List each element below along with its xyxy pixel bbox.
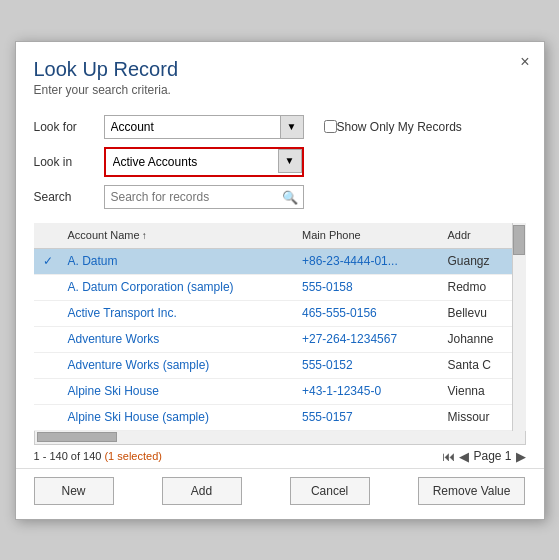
th-addr[interactable]: Addr <box>442 229 512 241</box>
table-row[interactable]: Adventure Works (sample) 555-0152 Santa … <box>34 353 512 379</box>
sort-arrow-icon: ↑ <box>142 230 147 241</box>
table-main: Account Name ↑ Main Phone Addr ✓ A. Datu… <box>34 223 512 431</box>
row-phone: +27-264-1234567 <box>296 332 442 346</box>
show-only-checkbox[interactable] <box>324 120 337 133</box>
look-for-select[interactable]: Account <box>104 115 304 139</box>
row-account-name[interactable]: A. Datum <box>62 254 297 268</box>
search-label: Search <box>34 190 104 204</box>
pagination: ⏮ ◀ Page 1 ▶ <box>442 449 525 464</box>
dialog-title: Look Up Record <box>34 58 526 81</box>
table-row[interactable]: ✓ A. Datum +86-23-4444-01... Guangz <box>34 249 512 275</box>
th-account-name[interactable]: Account Name ↑ <box>62 229 297 241</box>
cancel-button[interactable]: Cancel <box>290 477 370 505</box>
search-input[interactable] <box>104 185 304 209</box>
row-addr: Johanne <box>442 332 512 346</box>
row-addr: Missour <box>442 410 512 424</box>
table-wrapper: Account Name ↑ Main Phone Addr ✓ A. Datu… <box>34 223 526 431</box>
table-header: Account Name ↑ Main Phone Addr <box>34 223 512 249</box>
table-row[interactable]: Alpine Ski House +43-1-12345-0 Vienna <box>34 379 512 405</box>
row-account-name[interactable]: Active Transport Inc. <box>62 306 297 320</box>
status-range: 1 - 140 of 140 (1 selected) <box>34 450 162 462</box>
row-addr: Vienna <box>442 384 512 398</box>
look-for-label: Look for <box>34 120 104 134</box>
remove-value-button[interactable]: Remove Value <box>418 477 526 505</box>
new-button[interactable]: New <box>34 477 114 505</box>
search-icon: 🔍 <box>282 189 298 204</box>
next-page-button[interactable]: ▶ <box>516 449 526 464</box>
page-label: Page 1 <box>473 449 511 463</box>
table-container: Account Name ↑ Main Phone Addr ✓ A. Datu… <box>34 223 526 431</box>
row-phone: 555-0158 <box>296 280 442 294</box>
row-check: ✓ <box>34 254 62 268</box>
row-account-name[interactable]: Adventure Works (sample) <box>62 358 297 372</box>
first-page-button[interactable]: ⏮ <box>442 449 455 464</box>
horizontal-scrollbar[interactable] <box>34 431 526 445</box>
vertical-scrollbar[interactable] <box>512 223 526 431</box>
search-row: Search 🔍 <box>34 185 526 209</box>
look-in-control: Active Accounts ▼ <box>104 147 304 177</box>
prev-page-button[interactable]: ◀ <box>459 449 469 464</box>
form-area: Look for Account ▼ Show Only My Records … <box>16 105 544 223</box>
row-addr: Redmo <box>442 280 512 294</box>
status-selected: (1 selected) <box>104 450 161 462</box>
row-addr: Bellevu <box>442 306 512 320</box>
row-account-name[interactable]: A. Datum Corporation (sample) <box>62 280 297 294</box>
close-button[interactable]: × <box>520 54 529 70</box>
scroll-thumb[interactable] <box>513 225 525 255</box>
row-addr: Santa C <box>442 358 512 372</box>
footer-buttons: New Add Cancel Remove Value <box>16 468 544 519</box>
look-in-select[interactable]: Active Accounts <box>107 150 301 174</box>
look-in-label: Look in <box>34 155 104 169</box>
search-input-wrap: 🔍 <box>104 185 304 209</box>
look-for-row: Look for Account ▼ Show Only My Records <box>34 115 526 139</box>
row-phone: 465-555-0156 <box>296 306 442 320</box>
hscroll-thumb[interactable] <box>37 432 117 442</box>
show-only-label: Show Only My Records <box>337 120 462 134</box>
look-in-row: Look in Active Accounts ▼ <box>34 147 526 177</box>
row-account-name[interactable]: Alpine Ski House <box>62 384 297 398</box>
table-body: ✓ A. Datum +86-23-4444-01... Guangz A. D… <box>34 249 512 431</box>
row-account-name[interactable]: Adventure Works <box>62 332 297 346</box>
add-button[interactable]: Add <box>162 477 242 505</box>
lookup-record-dialog: Look Up Record Enter your search criteri… <box>15 41 545 520</box>
row-phone: 555-0157 <box>296 410 442 424</box>
row-phone: +43-1-12345-0 <box>296 384 442 398</box>
table-row[interactable]: Alpine Ski House (sample) 555-0157 Misso… <box>34 405 512 431</box>
row-phone: 555-0152 <box>296 358 442 372</box>
dialog-header: Look Up Record Enter your search criteri… <box>16 42 544 105</box>
row-account-name[interactable]: Alpine Ski House (sample) <box>62 410 297 424</box>
row-phone: +86-23-4444-01... <box>296 254 442 268</box>
look-for-control: Account ▼ <box>104 115 304 139</box>
row-addr: Guangz <box>442 254 512 268</box>
table-row[interactable]: Active Transport Inc. 465-555-0156 Belle… <box>34 301 512 327</box>
table-row[interactable]: A. Datum Corporation (sample) 555-0158 R… <box>34 275 512 301</box>
th-phone[interactable]: Main Phone <box>296 229 442 241</box>
show-only-controls: Show Only My Records <box>324 120 462 134</box>
status-bar: 1 - 140 of 140 (1 selected) ⏮ ◀ Page 1 ▶ <box>16 445 544 468</box>
dialog-subtitle: Enter your search criteria. <box>34 83 526 97</box>
table-row[interactable]: Adventure Works +27-264-1234567 Johanne <box>34 327 512 353</box>
